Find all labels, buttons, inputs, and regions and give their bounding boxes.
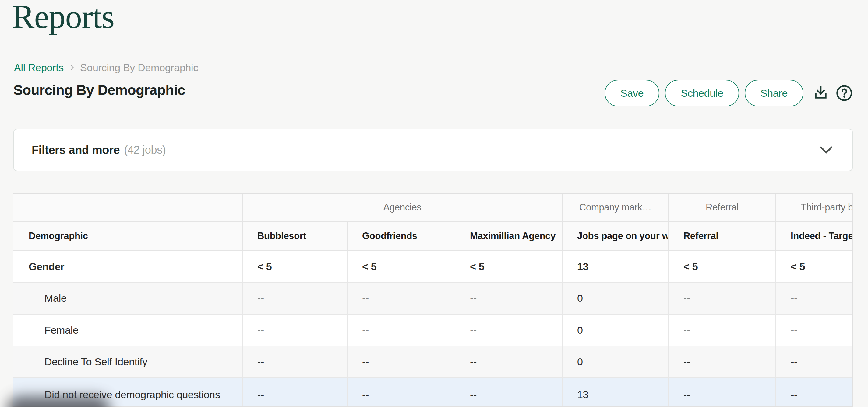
report-table-container: Agencies Company mark… Referral Third-pa… [13, 193, 853, 407]
share-button[interactable]: Share [745, 80, 803, 106]
reports-page: Reports All Reports Sourcing By Demograp… [0, 0, 868, 407]
cell-value: -- [455, 282, 562, 314]
cell-value: -- [242, 282, 347, 314]
cell-value: -- [347, 282, 455, 314]
group-header-agencies: Agencies [242, 194, 562, 222]
cell-value: < 5 [242, 251, 347, 282]
cell-value: -- [776, 378, 853, 407]
group-header-third-party-boards: Third-party bo [776, 194, 853, 222]
column-header-indeed: Indeed - Targe [776, 222, 853, 251]
table-row-did-not-receive-questions: Did not receive demographic questions --… [13, 378, 853, 407]
cell-value: 13 [562, 251, 669, 282]
column-header-demographic: Demographic [13, 222, 242, 251]
group-header-company-marketing: Company mark… [562, 194, 669, 222]
cell-value: -- [776, 314, 853, 346]
cell-value: < 5 [776, 251, 853, 282]
download-icon[interactable] [812, 84, 830, 102]
cell-value: -- [242, 314, 347, 346]
cell-value: -- [669, 314, 776, 346]
table-row-female: Female -- -- -- 0 -- -- [13, 314, 853, 346]
table-row-decline-to-self-identify: Decline To Self Identify -- -- -- 0 -- -… [13, 346, 853, 378]
chevron-down-icon[interactable] [819, 145, 833, 155]
cell-value: -- [455, 378, 562, 407]
cell-value: -- [455, 346, 562, 378]
report-table: Agencies Company mark… Referral Third-pa… [13, 194, 853, 407]
column-header-maximillian-agency: Maximillian Agency [455, 222, 562, 251]
table-group-header-row: Agencies Company mark… Referral Third-pa… [13, 194, 853, 222]
chevron-right-icon [68, 64, 76, 71]
cell-value: 0 [562, 282, 669, 314]
cell-value: -- [669, 346, 776, 378]
cell-value: -- [776, 282, 853, 314]
cell-value: -- [347, 346, 455, 378]
report-title: Sourcing By Demographic [13, 81, 185, 99]
cell-value: < 5 [455, 251, 562, 282]
cell-value: -- [347, 314, 455, 346]
row-label: Did not receive demographic questions [13, 378, 242, 407]
cell-value: < 5 [669, 251, 776, 282]
filters-panel[interactable]: Filters and more (42 jobs) [13, 129, 853, 171]
toolbar: Save Schedule Share [604, 80, 854, 106]
filters-label: Filters and more [32, 143, 120, 157]
page-title: Reports [12, 0, 114, 33]
schedule-button[interactable]: Schedule [665, 80, 739, 106]
group-header-blank [13, 194, 242, 222]
column-header-referral: Referral [669, 222, 776, 251]
cell-value: -- [455, 314, 562, 346]
cell-value: -- [669, 282, 776, 314]
cell-value: -- [669, 378, 776, 407]
breadcrumb: All Reports Sourcing By Demographic [14, 60, 198, 75]
cell-value: -- [242, 346, 347, 378]
table-row-male: Male -- -- -- 0 -- -- [13, 282, 853, 314]
column-header-goodfriends: Goodfriends [347, 222, 455, 251]
row-label: Gender [13, 251, 242, 282]
column-header-jobs-page: Jobs page on your w [562, 222, 669, 251]
filters-jobs-count: (42 jobs) [124, 143, 166, 156]
cell-value: 0 [562, 346, 669, 378]
row-label: Male [13, 282, 242, 314]
table-row-gender: Gender < 5 < 5 < 5 13 < 5 < 5 [13, 251, 853, 282]
breadcrumb-all-reports-link[interactable]: All Reports [14, 62, 64, 74]
cell-value: 13 [562, 378, 669, 407]
group-header-referral: Referral [669, 194, 776, 222]
table-column-header-row: Demographic Bubblesort Goodfriends Maxim… [13, 222, 853, 251]
cell-value: -- [776, 346, 853, 378]
help-circle-icon[interactable] [835, 84, 854, 102]
column-header-bubblesort: Bubblesort [242, 222, 347, 251]
cell-value: -- [242, 378, 347, 407]
cell-value: 0 [562, 314, 669, 346]
breadcrumb-current: Sourcing By Demographic [80, 62, 198, 74]
row-label: Decline To Self Identify [13, 346, 242, 378]
save-button[interactable]: Save [604, 80, 659, 106]
cell-value: < 5 [347, 251, 455, 282]
row-label: Female [13, 314, 242, 346]
cell-value: -- [347, 378, 455, 407]
